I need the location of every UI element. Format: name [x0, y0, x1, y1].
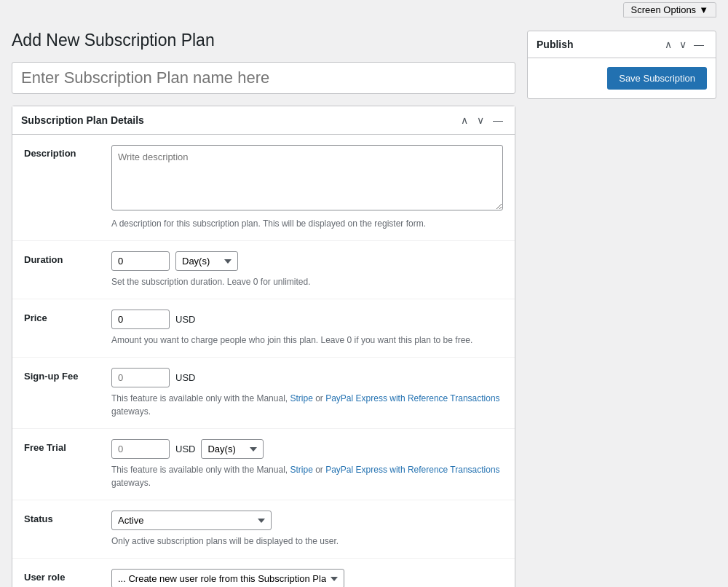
- signup-fee-stripe-link[interactable]: Stripe: [290, 393, 312, 403]
- description-row: Description A description for this subsc…: [12, 135, 515, 241]
- signup-fee-currency: USD: [175, 372, 195, 383]
- free-trial-help-after: gateways.: [111, 478, 151, 488]
- description-help: A description for this subscription plan…: [111, 217, 503, 230]
- signup-fee-row: Sign-up Fee USD This feature is availabl…: [12, 358, 515, 429]
- metabox-down-button[interactable]: ∨: [474, 114, 487, 127]
- signup-fee-help: This feature is available only with the …: [111, 392, 503, 418]
- metabox-toggle-button[interactable]: —: [490, 114, 506, 127]
- status-label: Status: [24, 511, 111, 524]
- user-role-label: User role: [24, 569, 111, 583]
- publish-toggle-button[interactable]: —: [691, 37, 707, 52]
- free-trial-row: Free Trial USD Day(s) Week(s) Month(s) Y…: [12, 429, 515, 500]
- free-trial-paypal-link[interactable]: PayPal Express with Reference Transactio…: [325, 465, 499, 475]
- publish-title: Publish: [537, 39, 574, 50]
- metabox-body: Description A description for this subsc…: [12, 135, 515, 587]
- duration-label: Duration: [24, 251, 111, 265]
- free-trial-currency: USD: [175, 444, 195, 454]
- status-help: Only active subscription plans will be d…: [111, 535, 503, 548]
- metabox-controls: ∧ ∨ —: [458, 114, 506, 127]
- signup-fee-input[interactable]: [111, 368, 170, 387]
- save-subscription-button[interactable]: Save Subscription: [607, 67, 707, 90]
- free-trial-help: This feature is available only with the …: [111, 463, 503, 489]
- publish-body: Save Subscription: [528, 58, 716, 98]
- screen-options-label: Screen Options: [631, 4, 697, 15]
- publish-up-button[interactable]: ∧: [662, 37, 675, 52]
- publish-metabox: Publish ∧ ∨ — Save Subscription: [527, 31, 716, 99]
- free-trial-label: Free Trial: [24, 439, 111, 453]
- page-title: Add New Subscription Plan: [12, 31, 515, 50]
- price-currency: USD: [175, 314, 195, 325]
- duration-row: Duration Day(s) Week(s) Month(s) Year(s)…: [12, 241, 515, 299]
- description-field: A description for this subscription plan…: [111, 145, 503, 230]
- metabox-up-button[interactable]: ∧: [458, 114, 471, 127]
- publish-header: Publish ∧ ∨ —: [528, 31, 716, 58]
- sidebar: Publish ∧ ∨ — Save Subscription: [527, 31, 716, 99]
- description-label: Description: [24, 145, 111, 159]
- signup-fee-help-before: This feature is available only with the …: [111, 393, 290, 403]
- status-select[interactable]: Active Inactive: [111, 511, 272, 530]
- signup-fee-help-after: gateways.: [111, 406, 151, 417]
- screen-options-chevron: ▼: [699, 4, 708, 15]
- duration-field: Day(s) Week(s) Month(s) Year(s) Set the …: [111, 251, 503, 288]
- free-trial-stripe-link[interactable]: Stripe: [290, 465, 312, 475]
- free-trial-unit-select[interactable]: Day(s) Week(s) Month(s) Year(s): [201, 439, 264, 459]
- price-field: USD Amount you want to charge people who…: [111, 310, 503, 347]
- main-content: Add New Subscription Plan Subscription P…: [12, 31, 515, 587]
- subscription-plan-title-input[interactable]: [12, 62, 515, 94]
- price-help: Amount you want to charge people who joi…: [111, 334, 503, 347]
- metabox-title: Subscription Plan Details: [21, 114, 144, 126]
- free-trial-help-middle: or: [313, 465, 325, 475]
- duration-input[interactable]: [111, 251, 170, 271]
- free-trial-help-before: This feature is available only with the …: [111, 465, 290, 475]
- price-row: Price USD Amount you want to charge peop…: [12, 299, 515, 358]
- subscription-plan-details-metabox: Subscription Plan Details ∧ ∨ — Descript…: [12, 106, 515, 587]
- signup-fee-help-middle: or: [313, 393, 325, 403]
- screen-options-button[interactable]: Screen Options ▼: [623, 2, 716, 17]
- metabox-header: Subscription Plan Details ∧ ∨ —: [12, 106, 515, 135]
- user-role-field: ... Create new user role from this Subsc…: [111, 569, 503, 587]
- description-textarea[interactable]: [111, 145, 503, 210]
- status-row: Status Active Inactive Only active subsc…: [12, 500, 515, 559]
- user-role-row: User role ... Create new user role from …: [12, 559, 515, 587]
- duration-unit-select[interactable]: Day(s) Week(s) Month(s) Year(s): [175, 251, 238, 271]
- signup-fee-label: Sign-up Fee: [24, 368, 111, 382]
- price-label: Price: [24, 310, 111, 323]
- duration-help: Set the subscription duration. Leave 0 f…: [111, 275, 503, 288]
- free-trial-input[interactable]: [111, 439, 170, 459]
- price-input[interactable]: [111, 310, 170, 329]
- status-field: Active Inactive Only active subscription…: [111, 511, 503, 548]
- publish-down-button[interactable]: ∨: [676, 37, 689, 52]
- signup-fee-field: USD This feature is available only with …: [111, 368, 503, 418]
- publish-header-btns: ∧ ∨ —: [662, 37, 707, 52]
- free-trial-field: USD Day(s) Week(s) Month(s) Year(s) This…: [111, 439, 503, 489]
- signup-fee-paypal-link[interactable]: PayPal Express with Reference Transactio…: [325, 393, 499, 403]
- user-role-select[interactable]: ... Create new user role from this Subsc…: [111, 569, 344, 587]
